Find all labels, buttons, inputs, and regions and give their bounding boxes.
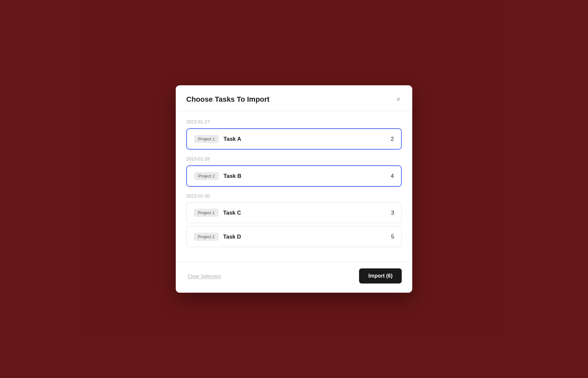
modal-dialog: Choose Tasks To Import × 2023-01-27Proje…: [176, 85, 412, 293]
modal-body: 2023-01-27Project 1Task A22023-01-28Proj…: [176, 111, 412, 262]
task-card-2-0[interactable]: Project 1Task C3: [186, 202, 402, 223]
close-button[interactable]: ×: [395, 94, 402, 104]
task-count-0-0: 2: [391, 136, 394, 142]
date-label-0: 2023-01-27: [186, 119, 402, 124]
task-count-2-0: 3: [391, 210, 394, 216]
modal-header: Choose Tasks To Import ×: [176, 85, 412, 111]
task-name-0-0: Task A: [223, 136, 241, 142]
task-card-left-1-0: Project 2Task B: [194, 172, 241, 180]
task-name-1-0: Task B: [223, 173, 241, 179]
project-badge-2-0: Project 1: [194, 209, 218, 217]
overlay: Choose Tasks To Import × 2023-01-27Proje…: [0, 0, 588, 378]
date-section-0: 2023-01-27Project 1Task A2: [186, 119, 402, 150]
modal-title: Choose Tasks To Import: [186, 95, 269, 104]
date-label-1: 2023-01-28: [186, 156, 402, 161]
date-section-2: 2023-01-30Project 1Task C3Project 2Task …: [186, 193, 402, 247]
project-badge-1-0: Project 2: [194, 172, 219, 180]
task-count-2-1: 5: [391, 234, 394, 240]
task-count-1-0: 4: [391, 173, 394, 179]
task-card-2-1[interactable]: Project 2Task D5: [186, 226, 402, 247]
import-button[interactable]: Import (6): [359, 268, 402, 284]
date-section-1: 2023-01-28Project 2Task B4: [186, 156, 402, 187]
task-card-1-0[interactable]: Project 2Task B4: [186, 165, 402, 187]
task-name-2-0: Task C: [223, 210, 241, 216]
task-name-2-1: Task D: [223, 234, 241, 240]
clear-selection-button[interactable]: Clear Selection: [186, 271, 222, 282]
date-label-2: 2023-01-30: [186, 193, 402, 199]
project-badge-2-1: Project 2: [194, 233, 218, 241]
task-card-left-2-1: Project 2Task D: [194, 233, 241, 241]
task-card-left-2-0: Project 1Task C: [194, 209, 241, 217]
task-card-left-0-0: Project 1Task A: [194, 135, 241, 143]
modal-footer: Clear Selection Import (6): [176, 262, 412, 293]
task-card-0-0[interactable]: Project 1Task A2: [186, 128, 402, 150]
project-badge-0-0: Project 1: [194, 135, 219, 143]
